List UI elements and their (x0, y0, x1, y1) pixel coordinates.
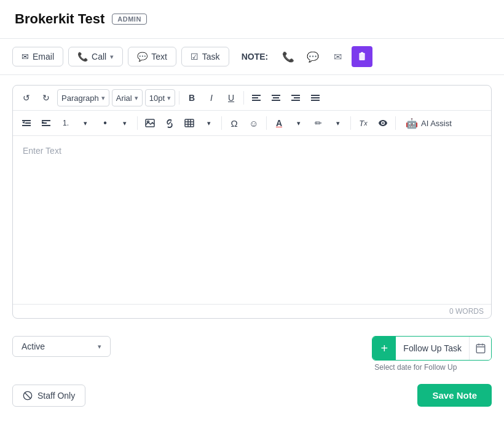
size-chevron: ▾ (167, 94, 171, 102)
note-clip-icon[interactable] (352, 46, 372, 67)
toolbar-divider-7 (395, 116, 396, 130)
size-select[interactable]: 10pt ▾ (145, 89, 175, 106)
clipboard-icon (357, 52, 367, 62)
ai-icon: 🤖 (406, 118, 418, 129)
text-tab-icon: 💬 (137, 52, 148, 62)
followup-calendar-button[interactable] (469, 337, 491, 360)
toolbar-divider-3 (137, 116, 138, 130)
tab-text[interactable]: 💬 Text (128, 47, 176, 66)
svg-rect-18 (42, 120, 50, 121)
tab-email[interactable]: ✉ Email (12, 47, 63, 66)
svg-rect-14 (22, 120, 31, 121)
svg-rect-13 (311, 100, 320, 101)
font-color-button[interactable]: A (270, 114, 288, 132)
note-email-icon[interactable]: ✉ (327, 46, 348, 67)
toolbar-divider-4 (221, 116, 222, 130)
svg-rect-9 (294, 97, 300, 98)
preview-button[interactable] (374, 114, 392, 132)
size-label: 10pt (149, 94, 165, 103)
justify-button[interactable] (307, 89, 324, 106)
followup-section: + Follow Up Task Select date for Follow … (372, 336, 492, 372)
ai-assist-button[interactable]: 🤖 AI Assist (400, 115, 458, 132)
page-title: Brokerkit Test (15, 11, 104, 27)
task-tab-label: Task (202, 52, 220, 62)
ordered-list-button[interactable]: 1. (57, 114, 74, 132)
unordered-list-dropdown[interactable]: ▾ (116, 114, 133, 132)
email-tab-icon: ✉ (22, 52, 29, 62)
toolbar-divider-2 (243, 91, 244, 105)
unordered-list-button[interactable]: • (96, 114, 114, 132)
font-label: Arial (116, 94, 132, 103)
svg-rect-7 (272, 100, 280, 101)
undo-button[interactable]: ↺ (18, 89, 35, 106)
indent-right-button[interactable] (37, 114, 55, 132)
ai-assist-label: AI Assist (421, 119, 452, 128)
svg-rect-2 (252, 95, 261, 96)
svg-rect-0 (360, 53, 365, 60)
table-button[interactable] (181, 114, 198, 132)
image-button[interactable] (141, 114, 159, 132)
svg-rect-25 (185, 119, 194, 127)
paragraph-chevron: ▾ (101, 94, 105, 102)
followup-row: + Follow Up Task (372, 336, 492, 361)
note-chat-icon[interactable]: 💬 (302, 46, 323, 67)
bold-button[interactable]: B (183, 89, 200, 106)
word-count: 0 WORDS (13, 304, 491, 318)
status-select[interactable]: Active ▾ (12, 336, 111, 357)
emoji-button[interactable]: ☺ (245, 114, 262, 132)
underline-button[interactable]: U (222, 89, 240, 106)
svg-rect-1 (361, 52, 363, 54)
svg-rect-16 (25, 122, 31, 124)
highlight-button[interactable]: ✏ (310, 114, 327, 132)
followup-plus-button[interactable]: + (372, 337, 396, 360)
editor-container: ↺ ↻ Paragraph ▾ Arial ▾ 10pt ▾ B I U (12, 85, 492, 319)
table-dropdown[interactable]: ▾ (200, 114, 218, 132)
followup-label: Follow Up Task (396, 337, 469, 360)
svg-rect-21 (42, 125, 50, 126)
font-chevron: ▾ (135, 94, 138, 102)
note-phone-icon[interactable]: 📞 (278, 46, 299, 67)
admin-badge: ADMIN (112, 14, 147, 25)
call-tab-icon: 📞 (77, 52, 88, 62)
header: Brokerkit Test ADMIN (0, 0, 504, 39)
svg-rect-4 (252, 100, 261, 101)
svg-rect-10 (291, 100, 300, 101)
svg-rect-12 (311, 97, 320, 98)
align-center-button[interactable] (267, 89, 285, 106)
clear-format-button[interactable]: Tx (355, 114, 372, 132)
svg-rect-8 (291, 95, 300, 96)
tab-bar: ✉ Email 📞 Call ▾ 💬 Text ☑ Task NOTE: 📞 💬… (0, 39, 504, 75)
font-select[interactable]: Arial ▾ (112, 89, 143, 106)
call-dropdown-chevron: ▾ (110, 53, 114, 61)
svg-line-35 (25, 393, 30, 398)
calendar-icon (475, 343, 486, 354)
editor-placeholder: Enter Text (23, 146, 61, 156)
paragraph-select[interactable]: Paragraph ▾ (57, 89, 109, 106)
toolbar-divider-5 (266, 116, 267, 130)
italic-button[interactable]: I (203, 89, 220, 106)
toolbar-divider-1 (179, 91, 179, 105)
bottom-bar: Active ▾ + Follow Up Task Select date fo… (0, 329, 504, 379)
staff-only-icon (23, 391, 33, 401)
call-tab-label: Call (92, 52, 106, 62)
save-note-button[interactable]: Save Note (417, 384, 492, 407)
align-left-button[interactable] (248, 89, 265, 106)
tab-task[interactable]: ☑ Task (181, 47, 229, 66)
link-button[interactable] (161, 114, 178, 132)
staff-only-button[interactable]: Staff Only (12, 385, 85, 407)
font-color-dropdown[interactable]: ▾ (290, 114, 307, 132)
indent-left-button[interactable] (18, 114, 35, 132)
align-right-button[interactable] (287, 89, 304, 106)
editor-area[interactable]: Enter Text (13, 136, 491, 304)
redo-button[interactable]: ↻ (37, 89, 55, 106)
action-bar: Staff Only Save Note (0, 379, 504, 417)
staff-only-label: Staff Only (37, 391, 75, 401)
svg-rect-3 (252, 97, 258, 98)
status-value: Active (22, 341, 45, 351)
ordered-list-dropdown[interactable]: ▾ (77, 114, 94, 132)
omega-button[interactable]: Ω (226, 114, 243, 132)
note-icon-group: 📞 💬 ✉ (278, 46, 372, 67)
highlight-dropdown[interactable]: ▾ (329, 114, 347, 132)
paragraph-label: Paragraph (61, 94, 99, 103)
tab-call[interactable]: 📞 Call ▾ (68, 47, 123, 66)
